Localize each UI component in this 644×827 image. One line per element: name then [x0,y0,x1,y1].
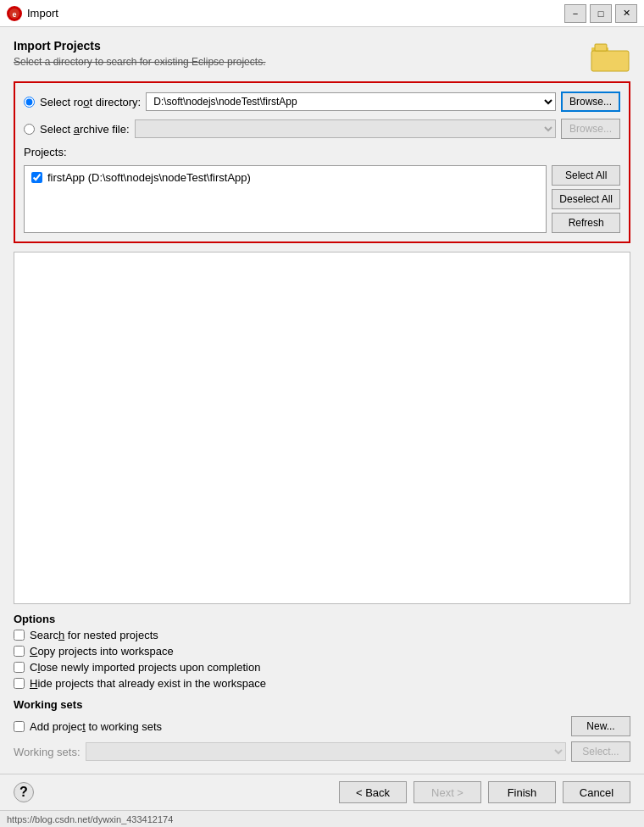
statusbar: https://blog.csdn.net/dywxin_433412174 [0,810,644,827]
copy-projects-checkbox[interactable] [14,646,25,657]
folder-icon [590,39,630,73]
dialog-title: Import Projects [14,39,265,53]
nested-projects-label: Search for nested projects [30,629,158,641]
working-sets-row2: Working sets: Select... [14,741,630,762]
svg-rect-4 [591,51,629,71]
dialog-content: Import Projects Select a directory to se… [0,27,644,774]
root-browse-button[interactable]: Browse... [561,92,620,112]
option-nested-projects: Search for nested projects [14,629,630,641]
hide-existing-checkbox[interactable] [14,678,25,689]
add-to-working-sets-label: Add project to working sets [30,720,162,733]
maximize-button[interactable]: □ [590,4,612,23]
source-section: Select root directory: D:\soft\nodejs\no… [14,81,630,243]
refresh-button[interactable]: Refresh [552,213,620,233]
svg-rect-5 [595,44,607,51]
projects-area: firstApp (D:\soft\nodejs\nodeTest\firstA… [24,165,620,233]
status-text: https://blog.csdn.net/dywxin_433412174 [7,814,173,824]
option-close-imported: Close newly imported projects upon compl… [14,661,630,674]
back-button[interactable]: < Back [339,781,407,803]
root-directory-label: Select root directory: [40,96,141,108]
select-all-button[interactable]: Select All [552,165,620,186]
project-name: firstApp (D:\soft\nodejs\nodeTest\firstA… [47,171,251,184]
dialog-footer: ? < Back Next > Finish Cancel [0,774,644,810]
working-sets-title: Working sets [14,698,630,711]
project-checkbox[interactable] [31,172,42,183]
working-sets-section: Working sets Add project to working sets… [14,698,630,762]
header-text: Import Projects Select a directory to se… [14,39,265,68]
root-directory-combo[interactable]: D:\soft\nodejs\nodeTest\firstApp [146,92,556,111]
options-section: Options Search for nested projects Copy … [14,613,630,690]
select-working-set-button[interactable]: Select... [571,741,630,762]
hide-existing-label: Hide projects that already exist in the … [30,677,266,690]
minimize-button[interactable]: − [564,4,586,23]
finish-button[interactable]: Finish [488,781,556,803]
titlebar: e Import − □ ✕ [0,0,644,27]
copy-projects-label: Copy projects into workspace [30,645,174,658]
next-button[interactable]: Next > [414,781,481,803]
working-sets-combo[interactable] [86,742,566,761]
dialog-header: Import Projects Select a directory to se… [14,39,630,73]
root-directory-row: Select root directory: D:\soft\nodejs\no… [24,92,620,112]
window-controls: − □ ✕ [564,4,637,23]
window-title: Import [27,7,564,19]
working-sets-label: Working sets: [14,746,80,758]
projects-label: Projects: [24,146,620,158]
svg-text:e: e [12,10,16,19]
archive-browse-button[interactable]: Browse... [561,119,620,139]
archive-file-label: Select archive file: [40,123,130,136]
cancel-button[interactable]: Cancel [563,781,630,803]
table-row: firstApp (D:\soft\nodejs\nodeTest\firstA… [28,169,542,186]
options-title: Options [14,613,630,625]
help-button[interactable]: ? [14,782,34,802]
dialog-subtitle: Select a directory to search for existin… [14,56,265,68]
close-button[interactable]: ✕ [615,4,637,23]
deselect-all-button[interactable]: Deselect All [552,189,620,209]
add-to-working-sets-checkbox[interactable] [14,721,25,732]
archive-file-radio[interactable] [24,124,35,135]
working-sets-row1: Add project to working sets New... [14,716,630,736]
archive-file-row: Select archive file: Browse... [24,119,620,139]
root-directory-radio[interactable] [24,97,35,108]
projects-list: firstApp (D:\soft\nodejs\nodeTest\firstA… [24,165,547,233]
option-copy-projects: Copy projects into workspace [14,645,630,658]
archive-file-combo[interactable] [135,119,556,138]
option-hide-existing: Hide projects that already exist in the … [14,677,630,690]
empty-projects-area [14,252,630,604]
app-icon: e [7,6,22,21]
nested-projects-checkbox[interactable] [14,630,25,641]
close-imported-label: Close newly imported projects upon compl… [30,661,260,674]
projects-buttons: Select All Deselect All Refresh [552,165,620,233]
close-imported-checkbox[interactable] [14,662,25,673]
new-working-set-button[interactable]: New... [571,716,630,736]
